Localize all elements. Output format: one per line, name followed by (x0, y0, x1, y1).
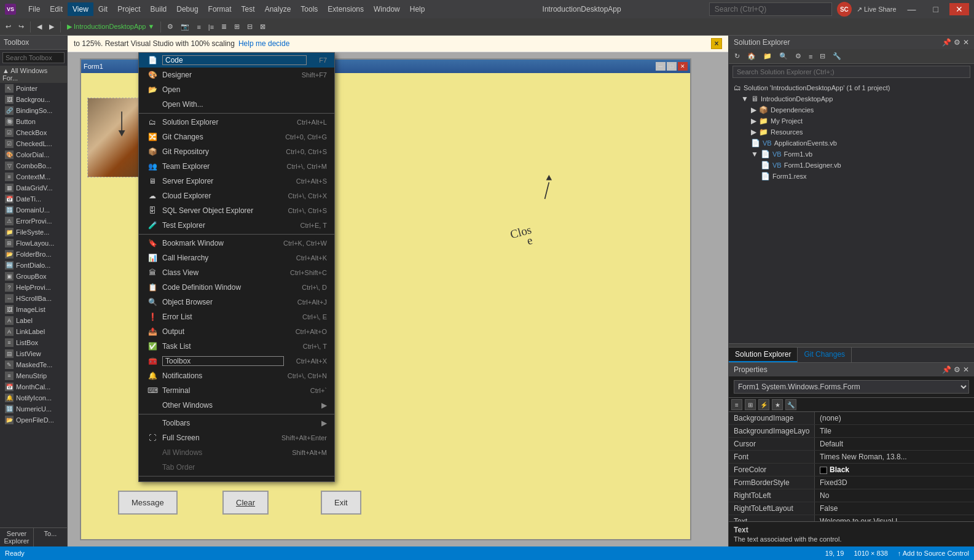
menu-item-error-list[interactable]: ❗ Error List Ctrl+\, E (139, 309, 334, 324)
tree-node-myproject[interactable]: ▶ 📁 My Project (731, 115, 972, 126)
toolbar-misc6[interactable]: ⊞ (231, 21, 243, 33)
form-minimize[interactable]: ─ (656, 62, 666, 71)
prop-misc-btn[interactable]: 🔧 (785, 399, 796, 410)
toolbox-item[interactable]: 📅MonthCal... (0, 381, 67, 392)
toolbox-search-input[interactable] (2, 52, 65, 63)
menu-item-open-with[interactable]: Open With... (139, 97, 334, 112)
menu-item-open[interactable]: 📂 Open (139, 82, 334, 97)
se-filter-btn[interactable]: 🔍 (776, 50, 791, 62)
live-share-label[interactable]: ↗ Live Share (857, 6, 897, 14)
menu-item-toolbars[interactable]: Toolbars ▶ (139, 416, 334, 430)
message-button[interactable]: Message (118, 491, 178, 515)
toolbox-tab[interactable]: To... (34, 528, 67, 546)
tree-node-appevents[interactable]: 📄 VB ApplicationEvents.vb (731, 138, 972, 149)
menu-item-server-explorer[interactable]: 🖥 Server Explorer Ctrl+Alt+S (139, 174, 334, 189)
toolbar-misc[interactable]: ⚙ (164, 21, 176, 33)
menu-item-toolbox[interactable]: 🧰 Toolbox Ctrl+Alt+X (139, 354, 334, 368)
toolbox-item[interactable]: 📁FileSyste... (0, 227, 67, 238)
global-search[interactable] (709, 2, 832, 16)
menu-build[interactable]: Build (146, 2, 172, 16)
menu-test[interactable]: Test (237, 2, 260, 16)
toolbox-item[interactable]: 🔘Button (0, 116, 67, 127)
se-settings-icon[interactable]: ⚙ (954, 38, 960, 47)
minimize-button[interactable]: — (901, 3, 922, 15)
form-close[interactable]: ✕ (678, 62, 688, 71)
prop-object-selector[interactable]: Form1 System.Windows.Forms.Form (734, 380, 969, 394)
tree-node-solution[interactable]: 🗂 Solution 'IntroductionDesktopApp' (1 o… (731, 82, 972, 93)
tree-node-form1[interactable]: ▼ 📄 VB Form1.vb (731, 149, 972, 160)
toolbox-item[interactable]: 🔗BindingSo... (0, 105, 67, 116)
toolbar-misc3[interactable]: ≡ (194, 21, 203, 33)
tree-node-resources[interactable]: ▶ 📁 Resources (731, 126, 972, 138)
menu-git[interactable]: Git (93, 2, 112, 16)
toolbar-misc8[interactable]: ⊠ (257, 21, 269, 33)
se-home-btn[interactable]: 🏠 (744, 50, 759, 62)
status-source-control[interactable]: ↑ Add to Source Control (898, 550, 969, 557)
menu-item-notifications[interactable]: 🔔 Notifications Ctrl+\, Ctrl+N (139, 368, 334, 383)
menu-item-full-screen[interactable]: ⛶ Full Screen Shift+Alt+Enter (139, 430, 334, 445)
toolbox-item[interactable]: ≡MenuStrip (0, 370, 67, 381)
close-button[interactable]: ✕ (949, 3, 969, 15)
se-misc-btn[interactable]: ≡ (806, 51, 815, 62)
se-misc3-btn[interactable]: 🔧 (830, 50, 844, 62)
toolbox-item[interactable]: ▽ComboBo... (0, 160, 67, 171)
tree-node-project[interactable]: ▼ 🖥 IntroductionDesktopApp (731, 93, 972, 104)
menu-project[interactable]: Project (112, 2, 145, 16)
menu-help[interactable]: Help (405, 2, 430, 16)
menu-tools[interactable]: Tools (296, 2, 323, 16)
se-tab-solution[interactable]: Solution Explorer (729, 348, 798, 362)
menu-item-call-hierarchy[interactable]: 📊 Call Hierarchy Ctrl+Alt+K (139, 251, 334, 265)
toolbox-item[interactable]: ✎MaskedTe... (0, 359, 67, 370)
toolbox-item[interactable]: 📅DateTi... (0, 193, 67, 204)
toolbar-run[interactable]: ▶ IntroductionDesktopApp ▼ (64, 21, 157, 33)
se-search-input[interactable] (732, 66, 970, 78)
menu-edit[interactable]: Edit (45, 2, 68, 16)
menu-item-test-explorer[interactable]: 🧪 Test Explorer Ctrl+E, T (139, 218, 334, 233)
toolbox-item[interactable]: 🔢NumericU... (0, 403, 67, 414)
menu-format[interactable]: Format (203, 2, 237, 16)
maximize-button[interactable]: □ (927, 3, 945, 15)
toolbox-item[interactable]: ≡ContextM... (0, 171, 67, 182)
menu-item-sql-explorer[interactable]: 🗄 SQL Server Object Explorer Ctrl+\, Ctr… (139, 203, 334, 218)
menu-item-cloud-explorer[interactable]: ☁ Cloud Explorer Ctrl+\, Ctrl+X (139, 189, 334, 203)
toolbar-misc4[interactable]: |≡ (205, 21, 217, 33)
menu-item-bookmark[interactable]: 🔖 Bookmark Window Ctrl+K, Ctrl+W (139, 236, 334, 251)
toolbox-item[interactable]: ALinkLabel (0, 326, 67, 337)
toolbar-misc5[interactable]: ≣ (218, 21, 230, 33)
prop-events-btn[interactable]: ⚡ (758, 399, 769, 410)
tree-node-dependencies[interactable]: ▶ 📦 Dependencies (731, 104, 972, 115)
toolbox-item[interactable]: 📂OpenFileD... (0, 414, 67, 426)
toolbox-item[interactable]: 🔤FontDialo... (0, 260, 67, 271)
toolbar-misc7[interactable]: ⊟ (244, 21, 256, 33)
toolbox-item[interactable]: ⚠ErrorProvi... (0, 216, 67, 227)
menu-item-team-explorer[interactable]: 👥 Team Explorer Ctrl+\, Ctrl+M (139, 159, 334, 174)
toolbox-item[interactable]: ≡ListBox (0, 337, 67, 348)
se-folder-btn[interactable]: 📁 (760, 50, 775, 62)
tree-node-form1-resx[interactable]: 📄 Form1.resx (731, 171, 972, 182)
prop-settings-icon[interactable]: ⚙ (954, 365, 960, 374)
toolbox-item[interactable]: ALabel (0, 315, 67, 326)
menu-item-task-list[interactable]: ✅ Task List Ctrl+\, T (139, 339, 334, 354)
toolbox-item[interactable]: ☑CheckBox (0, 127, 67, 138)
menu-item-output[interactable]: 📤 Output Ctrl+Alt+O (139, 324, 334, 339)
se-tab-git[interactable]: Git Changes (798, 348, 852, 362)
menu-item-designer[interactable]: 🎨 Designer Shift+F7 (139, 68, 334, 82)
menu-item-class-view[interactable]: 🏛 Class View Ctrl+Shift+C (139, 265, 334, 280)
se-props-btn[interactable]: ⚙ (792, 50, 804, 62)
menu-extensions[interactable]: Extensions (323, 2, 369, 16)
toolbar-back[interactable]: ◀ (34, 21, 45, 33)
toolbox-item[interactable]: 📂FolderBro... (0, 249, 67, 260)
se-misc2-btn[interactable]: ⊟ (817, 50, 828, 62)
exit-button[interactable]: Exit (321, 491, 361, 515)
se-sync-btn[interactable]: ↻ (731, 50, 743, 62)
prop-close-icon[interactable]: ✕ (963, 365, 969, 374)
toolbox-item[interactable]: 🎨ColorDial... (0, 149, 67, 160)
prop-alpha-btn[interactable]: ⊞ (745, 399, 756, 410)
se-close-icon[interactable]: ✕ (963, 38, 969, 47)
menu-item-code[interactable]: 📄 Code F7 (139, 53, 334, 68)
toolbox-item[interactable]: ▦DataGridV... (0, 182, 67, 193)
se-pin-icon[interactable]: 📌 (942, 38, 951, 47)
toolbar-fwd[interactable]: ▶ (46, 21, 57, 33)
menu-item-terminal[interactable]: ⌨ Terminal Ctrl+` (139, 383, 334, 398)
toolbox-item[interactable]: ↔HScrollBa... (0, 293, 67, 304)
